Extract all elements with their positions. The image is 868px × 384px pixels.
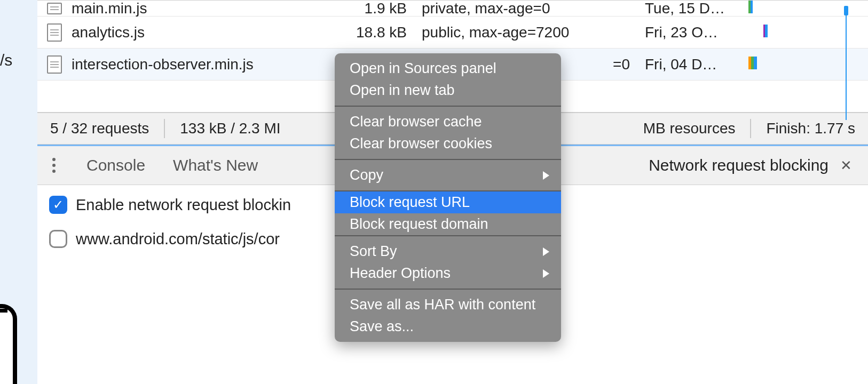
request-time: Tue, 15 D… — [637, 0, 743, 17]
menu-header-options-label: Header Options — [350, 265, 451, 282]
menu-open-in-sources[interactable]: Open in Sources panel — [335, 58, 561, 79]
request-time: Fri, 23 O… — [637, 24, 743, 41]
menu-save-as[interactable]: Save as... — [335, 316, 561, 338]
table-row[interactable]: analytics.js 18.8 kB public, max-age=720… — [37, 17, 868, 49]
file-icon — [47, 23, 62, 42]
menu-clear-browser-cache[interactable]: Clear browser cache — [335, 111, 561, 133]
device-notch-fragment — [0, 309, 7, 313]
left-label-fragment: /s — [0, 51, 12, 69]
request-time: Fri, 04 D… — [637, 56, 743, 73]
separator — [750, 119, 751, 138]
waterfall-bar — [763, 25, 768, 37]
waterfall-bar — [748, 57, 757, 69]
tab-network-request-blocking[interactable]: Network request blocking — [649, 156, 828, 174]
waterfall-cell — [743, 0, 868, 17]
status-requests: 5 / 32 requests — [50, 120, 149, 137]
request-size: 18.8 kB — [315, 24, 414, 41]
menu-open-in-new-tab[interactable]: Open in new tab — [335, 79, 561, 101]
table-row[interactable]: main.min.js 1.9 kB private, max-age=0 Tu… — [37, 1, 868, 17]
tab-console[interactable]: Console — [86, 156, 145, 174]
menu-block-request-url[interactable]: Block request URL — [335, 191, 561, 213]
blocking-pattern-label: www.android.com/static/js/cor — [76, 230, 280, 248]
menu-clear-browser-cookies[interactable]: Clear browser cookies — [335, 133, 561, 155]
close-icon[interactable]: ✕ — [836, 155, 856, 176]
left-strip: /s — [0, 0, 37, 384]
checkbox-checked-icon[interactable]: ✓ — [49, 196, 67, 214]
menu-copy-label: Copy — [350, 167, 383, 183]
context-menu: Open in Sources panel Open in new tab Cl… — [335, 53, 561, 342]
chevron-right-icon — [543, 247, 549, 256]
checkbox-unchecked-icon[interactable] — [49, 230, 67, 248]
request-name: intersection-observer.min.js — [72, 56, 254, 73]
menu-header-options[interactable]: Header Options — [335, 262, 561, 284]
file-icon — [47, 3, 62, 14]
menu-sort-by[interactable]: Sort By — [335, 241, 561, 262]
tab-underline — [646, 186, 858, 188]
menu-block-request-domain[interactable]: Block request domain — [335, 213, 561, 235]
more-menu-icon[interactable] — [49, 155, 59, 176]
request-name: main.min.js — [72, 0, 147, 17]
status-finish: Finish: 1.77 s — [766, 120, 855, 137]
menu-save-all-as-har[interactable]: Save all as HAR with content — [335, 294, 561, 316]
chevron-right-icon — [543, 171, 549, 180]
separator — [164, 119, 165, 138]
request-cache: public, max-age=7200 — [414, 24, 637, 41]
waterfall-cell — [743, 24, 868, 41]
status-resources: MB resources — [643, 120, 736, 137]
menu-sort-by-label: Sort By — [350, 243, 397, 260]
device-frame-fragment — [0, 304, 17, 384]
waterfall-bar — [748, 1, 753, 13]
request-name: analytics.js — [72, 24, 145, 41]
request-size: 1.9 kB — [315, 0, 414, 17]
enable-blocking-label: Enable network request blockin — [76, 196, 291, 214]
status-transferred: 133 kB / 2.3 MI — [180, 120, 280, 137]
chevron-right-icon — [543, 269, 549, 278]
request-cache: private, max-age=0 — [414, 0, 637, 17]
menu-copy[interactable]: Copy — [335, 164, 561, 186]
waterfall-cell — [743, 56, 868, 73]
tab-whats-new[interactable]: What's New — [173, 156, 258, 174]
file-icon — [47, 55, 62, 74]
